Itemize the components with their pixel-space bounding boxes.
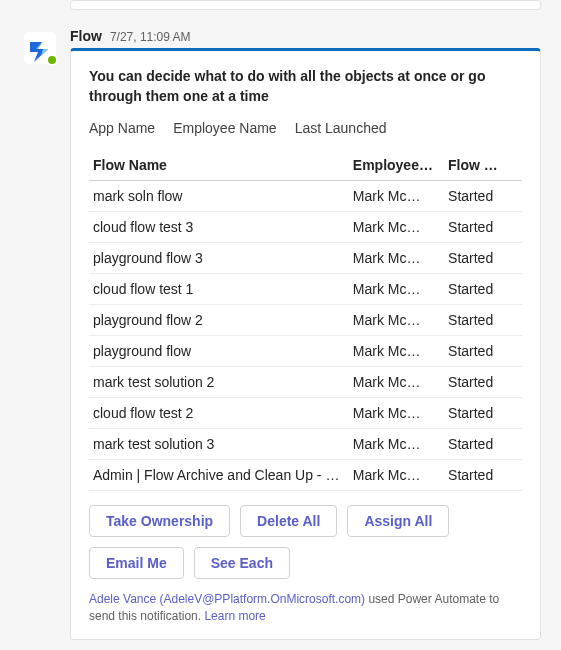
table-row: playground flowMark Mc…Started (89, 336, 522, 367)
previous-message-card-edge (70, 0, 541, 10)
cell-flow-name: mark test solution 2 (89, 367, 349, 398)
col-employee: Employee… (349, 150, 444, 181)
take-ownership-button[interactable]: Take Ownership (89, 505, 230, 537)
table-row: playground flow 2Mark Mc…Started (89, 305, 522, 336)
cell-flow-name: cloud flow test 1 (89, 274, 349, 305)
cell-employee: Mark Mc… (349, 429, 444, 460)
cell-flow-name: playground flow (89, 336, 349, 367)
card-actions: Take Ownership Delete All Assign All Ema… (89, 505, 522, 579)
sender-identity-link[interactable]: Adele Vance (AdeleV@PPlatform.OnMicrosof… (89, 592, 365, 606)
table-row: Admin | Flow Archive and Clean Up - Chec… (89, 460, 522, 491)
cell-flow-name: cloud flow test 3 (89, 212, 349, 243)
message-container: Flow 7/27, 11:09 AM You can decide what … (0, 20, 561, 650)
card-footer: Adele Vance (AdeleV@PPlatform.OnMicrosof… (89, 591, 522, 625)
avatar-wrap (20, 26, 60, 64)
cell-employee: Mark Mc… (349, 367, 444, 398)
cell-flow-name: playground flow 2 (89, 305, 349, 336)
cell-employee: Mark Mc… (349, 460, 444, 491)
cell-status: Started (444, 243, 522, 274)
cell-status: Started (444, 398, 522, 429)
cell-flow-name: mark soln flow (89, 181, 349, 212)
presence-available-icon (46, 54, 58, 66)
cell-status: Started (444, 336, 522, 367)
table-row: mark test solution 3Mark Mc…Started (89, 429, 522, 460)
cell-flow-name: cloud flow test 2 (89, 398, 349, 429)
cell-status: Started (444, 212, 522, 243)
table-row: cloud flow test 3Mark Mc…Started (89, 212, 522, 243)
col-flow-name: Flow Name (89, 150, 349, 181)
cell-status: Started (444, 429, 522, 460)
cell-status: Started (444, 181, 522, 212)
cell-status: Started (444, 274, 522, 305)
cell-employee: Mark Mc… (349, 398, 444, 429)
cell-employee: Mark Mc… (349, 336, 444, 367)
assign-all-button[interactable]: Assign All (347, 505, 449, 537)
meta-label-last-launched: Last Launched (295, 120, 387, 136)
flows-table: Flow Name Employee… Flow … mark soln flo… (89, 150, 522, 491)
cell-employee: Mark Mc… (349, 305, 444, 336)
col-flow-status: Flow … (444, 150, 522, 181)
cell-status: Started (444, 460, 522, 491)
table-row: cloud flow test 2Mark Mc…Started (89, 398, 522, 429)
meta-label-app-name: App Name (89, 120, 155, 136)
cell-employee: Mark Mc… (349, 274, 444, 305)
message-header: Flow 7/27, 11:09 AM (70, 26, 541, 48)
sender-name: Flow (70, 28, 102, 44)
adaptive-card: You can decide what to do with all the o… (70, 48, 541, 640)
cell-flow-name: mark test solution 3 (89, 429, 349, 460)
card-title: You can decide what to do with all the o… (89, 67, 522, 106)
email-me-button[interactable]: Email Me (89, 547, 184, 579)
table-row: cloud flow test 1Mark Mc…Started (89, 274, 522, 305)
table-row: playground flow 3Mark Mc…Started (89, 243, 522, 274)
cell-status: Started (444, 367, 522, 398)
cell-flow-name: playground flow 3 (89, 243, 349, 274)
message-content: Flow 7/27, 11:09 AM You can decide what … (60, 26, 541, 640)
delete-all-button[interactable]: Delete All (240, 505, 337, 537)
cell-employee: Mark Mc… (349, 181, 444, 212)
cell-employee: Mark Mc… (349, 243, 444, 274)
table-header-row: Flow Name Employee… Flow … (89, 150, 522, 181)
learn-more-link[interactable]: Learn more (204, 609, 265, 623)
cell-employee: Mark Mc… (349, 212, 444, 243)
cell-status: Started (444, 305, 522, 336)
cell-flow-name: Admin | Flow Archive and Clean Up - Chec… (89, 460, 349, 491)
table-row: mark test solution 2Mark Mc…Started (89, 367, 522, 398)
see-each-button[interactable]: See Each (194, 547, 290, 579)
card-meta-row: App Name Employee Name Last Launched (89, 120, 522, 136)
table-row: mark soln flowMark Mc…Started (89, 181, 522, 212)
message-timestamp: 7/27, 11:09 AM (110, 30, 191, 44)
meta-label-employee-name: Employee Name (173, 120, 277, 136)
